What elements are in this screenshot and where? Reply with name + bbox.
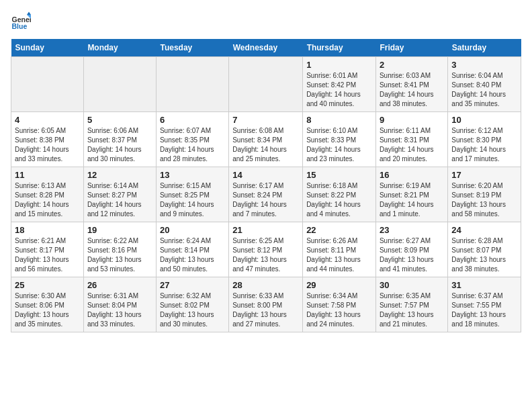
col-header-saturday: Saturday <box>448 39 521 57</box>
day-number: 28 <box>232 280 299 290</box>
day-info: Sunrise: 6:31 AM Sunset: 8:04 PM Dayligh… <box>87 291 152 329</box>
day-number: 2 <box>380 60 444 70</box>
calendar-cell: 12Sunrise: 6:14 AM Sunset: 8:27 PM Dayli… <box>83 167 156 222</box>
calendar-cell: 14Sunrise: 6:17 AM Sunset: 8:24 PM Dayli… <box>229 167 303 222</box>
calendar-cell: 28Sunrise: 6:33 AM Sunset: 8:00 PM Dayli… <box>229 277 303 332</box>
day-info: Sunrise: 6:03 AM Sunset: 8:41 PM Dayligh… <box>380 71 444 109</box>
day-number: 6 <box>160 115 225 125</box>
day-number: 5 <box>87 115 152 125</box>
day-info: Sunrise: 6:24 AM Sunset: 8:14 PM Dayligh… <box>160 236 225 274</box>
day-info: Sunrise: 6:30 AM Sunset: 8:06 PM Dayligh… <box>15 291 80 329</box>
logo-icon: General Blue <box>11 11 31 31</box>
calendar-cell: 2Sunrise: 6:03 AM Sunset: 8:41 PM Daylig… <box>375 57 447 112</box>
calendar-cell: 29Sunrise: 6:34 AM Sunset: 7:58 PM Dayli… <box>303 277 376 332</box>
calendar-cell: 5Sunrise: 6:06 AM Sunset: 8:37 PM Daylig… <box>83 112 156 167</box>
calendar-cell: 8Sunrise: 6:10 AM Sunset: 8:33 PM Daylig… <box>303 112 376 167</box>
day-number: 18 <box>15 225 80 235</box>
calendar-cell: 27Sunrise: 6:32 AM Sunset: 8:02 PM Dayli… <box>156 277 228 332</box>
day-info: Sunrise: 6:21 AM Sunset: 8:17 PM Dayligh… <box>15 236 80 274</box>
calendar-cell: 17Sunrise: 6:20 AM Sunset: 8:19 PM Dayli… <box>448 167 521 222</box>
calendar-cell: 7Sunrise: 6:08 AM Sunset: 8:34 PM Daylig… <box>229 112 303 167</box>
day-number: 20 <box>160 225 225 235</box>
day-number: 17 <box>451 170 517 180</box>
day-info: Sunrise: 6:08 AM Sunset: 8:34 PM Dayligh… <box>232 126 299 164</box>
day-info: Sunrise: 6:07 AM Sunset: 8:35 PM Dayligh… <box>160 126 225 164</box>
svg-text:Blue: Blue <box>12 22 28 30</box>
calendar-cell: 21Sunrise: 6:25 AM Sunset: 8:12 PM Dayli… <box>229 222 303 277</box>
day-number: 4 <box>15 115 80 125</box>
calendar-cell: 10Sunrise: 6:12 AM Sunset: 8:30 PM Dayli… <box>448 112 521 167</box>
day-info: Sunrise: 6:01 AM Sunset: 8:42 PM Dayligh… <box>306 71 372 109</box>
day-info: Sunrise: 6:27 AM Sunset: 8:09 PM Dayligh… <box>380 236 444 274</box>
calendar-cell: 4Sunrise: 6:05 AM Sunset: 8:38 PM Daylig… <box>11 112 84 167</box>
calendar-cell: 6Sunrise: 6:07 AM Sunset: 8:35 PM Daylig… <box>156 112 228 167</box>
calendar-cell: 16Sunrise: 6:19 AM Sunset: 8:21 PM Dayli… <box>375 167 447 222</box>
day-number: 30 <box>380 280 444 290</box>
day-number: 13 <box>160 170 225 180</box>
day-info: Sunrise: 6:10 AM Sunset: 8:33 PM Dayligh… <box>306 126 372 164</box>
logo: General Blue <box>11 11 34 31</box>
day-number: 23 <box>380 225 444 235</box>
day-number: 1 <box>306 60 372 70</box>
day-info: Sunrise: 6:22 AM Sunset: 8:16 PM Dayligh… <box>87 236 152 274</box>
day-info: Sunrise: 6:19 AM Sunset: 8:21 PM Dayligh… <box>380 181 444 219</box>
calendar-cell: 13Sunrise: 6:15 AM Sunset: 8:25 PM Dayli… <box>156 167 228 222</box>
calendar-cell <box>11 57 84 112</box>
day-number: 9 <box>380 115 444 125</box>
day-info: Sunrise: 6:15 AM Sunset: 8:25 PM Dayligh… <box>160 181 225 219</box>
col-header-sunday: Sunday <box>11 39 84 57</box>
calendar-cell <box>83 57 156 112</box>
col-header-wednesday: Wednesday <box>229 39 303 57</box>
day-info: Sunrise: 6:35 AM Sunset: 7:57 PM Dayligh… <box>380 291 444 329</box>
day-number: 22 <box>306 225 372 235</box>
day-info: Sunrise: 6:25 AM Sunset: 8:12 PM Dayligh… <box>232 236 299 274</box>
calendar-cell: 9Sunrise: 6:11 AM Sunset: 8:31 PM Daylig… <box>375 112 447 167</box>
day-info: Sunrise: 6:18 AM Sunset: 8:22 PM Dayligh… <box>306 181 372 219</box>
calendar-cell: 1Sunrise: 6:01 AM Sunset: 8:42 PM Daylig… <box>303 57 376 112</box>
day-number: 16 <box>380 170 444 180</box>
day-number: 11 <box>15 170 80 180</box>
day-number: 12 <box>87 170 152 180</box>
calendar-cell: 24Sunrise: 6:28 AM Sunset: 8:07 PM Dayli… <box>448 222 521 277</box>
day-number: 7 <box>232 115 299 125</box>
day-info: Sunrise: 6:12 AM Sunset: 8:30 PM Dayligh… <box>451 126 517 164</box>
col-header-friday: Friday <box>375 39 447 57</box>
calendar-cell: 3Sunrise: 6:04 AM Sunset: 8:40 PM Daylig… <box>448 57 521 112</box>
calendar-cell: 31Sunrise: 6:37 AM Sunset: 7:55 PM Dayli… <box>448 277 521 332</box>
day-info: Sunrise: 6:17 AM Sunset: 8:24 PM Dayligh… <box>232 181 299 219</box>
calendar-cell: 11Sunrise: 6:13 AM Sunset: 8:28 PM Dayli… <box>11 167 84 222</box>
calendar-cell: 19Sunrise: 6:22 AM Sunset: 8:16 PM Dayli… <box>83 222 156 277</box>
day-info: Sunrise: 6:11 AM Sunset: 8:31 PM Dayligh… <box>380 126 444 164</box>
calendar-cell: 18Sunrise: 6:21 AM Sunset: 8:17 PM Dayli… <box>11 222 84 277</box>
calendar-cell <box>229 57 303 112</box>
day-number: 25 <box>15 280 80 290</box>
day-info: Sunrise: 6:04 AM Sunset: 8:40 PM Dayligh… <box>451 71 517 109</box>
day-info: Sunrise: 6:32 AM Sunset: 8:02 PM Dayligh… <box>160 291 225 329</box>
col-header-thursday: Thursday <box>303 39 376 57</box>
calendar-cell: 23Sunrise: 6:27 AM Sunset: 8:09 PM Dayli… <box>375 222 447 277</box>
day-info: Sunrise: 6:26 AM Sunset: 8:11 PM Dayligh… <box>306 236 372 274</box>
calendar-cell <box>156 57 228 112</box>
day-info: Sunrise: 6:34 AM Sunset: 7:58 PM Dayligh… <box>306 291 372 329</box>
day-number: 14 <box>232 170 299 180</box>
day-number: 29 <box>306 280 372 290</box>
calendar-cell: 30Sunrise: 6:35 AM Sunset: 7:57 PM Dayli… <box>375 277 447 332</box>
day-info: Sunrise: 6:20 AM Sunset: 8:19 PM Dayligh… <box>451 181 517 219</box>
day-number: 8 <box>306 115 372 125</box>
calendar-cell: 15Sunrise: 6:18 AM Sunset: 8:22 PM Dayli… <box>303 167 376 222</box>
calendar-cell: 22Sunrise: 6:26 AM Sunset: 8:11 PM Dayli… <box>303 222 376 277</box>
day-info: Sunrise: 6:37 AM Sunset: 7:55 PM Dayligh… <box>451 291 517 329</box>
day-number: 15 <box>306 170 372 180</box>
calendar-cell: 20Sunrise: 6:24 AM Sunset: 8:14 PM Dayli… <box>156 222 228 277</box>
day-number: 26 <box>87 280 152 290</box>
col-header-monday: Monday <box>83 39 156 57</box>
day-number: 31 <box>451 280 517 290</box>
day-info: Sunrise: 6:13 AM Sunset: 8:28 PM Dayligh… <box>15 181 80 219</box>
day-info: Sunrise: 6:28 AM Sunset: 8:07 PM Dayligh… <box>451 236 517 274</box>
day-info: Sunrise: 6:06 AM Sunset: 8:37 PM Dayligh… <box>87 126 152 164</box>
day-number: 3 <box>451 60 517 70</box>
page-header: General Blue <box>11 11 521 31</box>
day-number: 27 <box>160 280 225 290</box>
day-info: Sunrise: 6:33 AM Sunset: 8:00 PM Dayligh… <box>232 291 299 329</box>
day-info: Sunrise: 6:14 AM Sunset: 8:27 PM Dayligh… <box>87 181 152 219</box>
